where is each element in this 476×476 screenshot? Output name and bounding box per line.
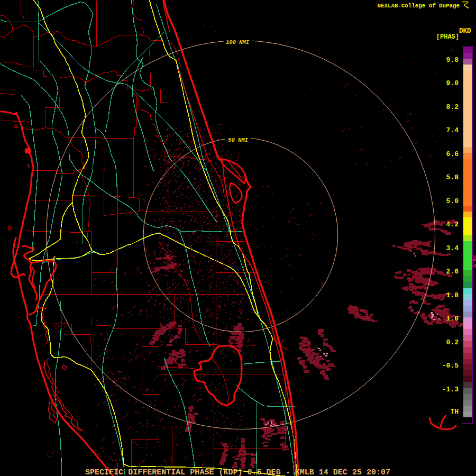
- svg-text:NEXLAB-College of DuPage: NEXLAB-College of DuPage: [377, 3, 460, 9]
- svg-text:9.8: 9.8: [446, 56, 459, 64]
- svg-text:5.0: 5.0: [446, 197, 459, 205]
- svg-text:9.0: 9.0: [446, 79, 459, 87]
- svg-text:DKD: DKD: [459, 28, 471, 35]
- svg-text:4.2: 4.2: [446, 221, 459, 228]
- svg-text:[PHAS]: [PHAS]: [436, 33, 459, 41]
- svg-text:3.4: 3.4: [446, 244, 459, 252]
- svg-text:-1.3: -1.3: [442, 386, 459, 393]
- svg-text:2.6: 2.6: [446, 268, 459, 276]
- svg-text:1.0: 1.0: [446, 315, 459, 323]
- svg-text:7.4: 7.4: [446, 126, 459, 134]
- svg-text:50 NMI: 50 NMI: [228, 137, 249, 143]
- svg-text:8.2: 8.2: [446, 103, 459, 111]
- svg-text:-0.5: -0.5: [442, 362, 459, 370]
- svg-text:1.8: 1.8: [446, 291, 459, 299]
- svg-text:100 NMI: 100 NMI: [226, 39, 250, 45]
- svg-text:TH: TH: [450, 408, 459, 416]
- svg-text:6.6: 6.6: [446, 150, 459, 158]
- svg-text:0.2: 0.2: [446, 338, 459, 346]
- svg-text:5.8: 5.8: [446, 173, 459, 181]
- svg-text:SPECIFIC DIFFERENTIAL PHASE (K: SPECIFIC DIFFERENTIAL PHASE (KDP) 0.5 DE…: [85, 468, 390, 476]
